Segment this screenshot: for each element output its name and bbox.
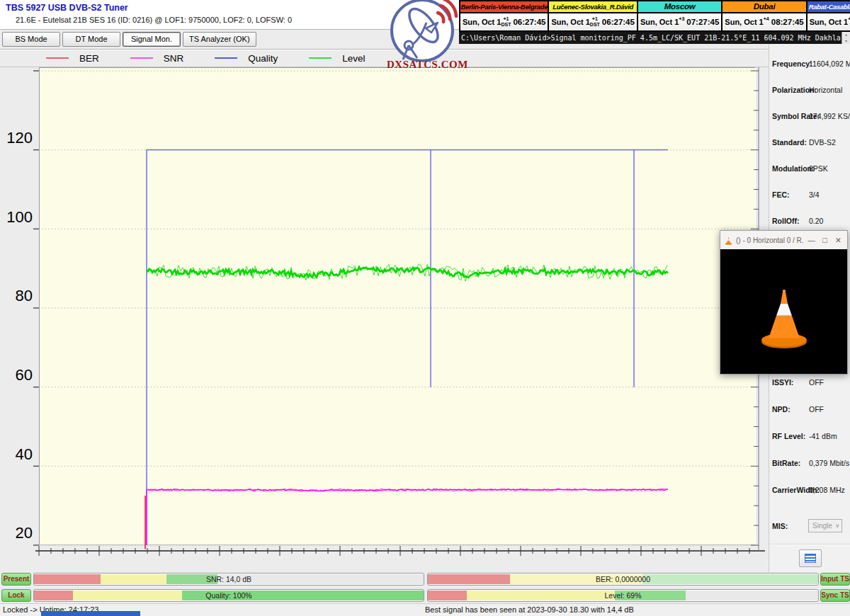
param-value: 0,208 MHz	[809, 486, 845, 494]
clock-utc-offset: +4	[764, 16, 769, 27]
panel-tool-button[interactable]	[799, 549, 822, 567]
vlc-minimize-button[interactable]: —	[806, 236, 817, 244]
plot-area	[39, 67, 756, 545]
legend-swatch	[46, 57, 69, 59]
param-row-standard: Standard:DVB-S2	[769, 138, 850, 148]
present-indicator: Present	[1, 573, 31, 586]
legend-item-snr: SNR	[130, 53, 184, 64]
param-value: 0.20	[809, 217, 823, 225]
clock-time: 06:27:45	[602, 18, 635, 26]
legend-label: BER	[79, 53, 99, 64]
param-row-frequency: Frequency:11604,092 MHz	[769, 59, 850, 69]
snr-bar: SNR: 14,0 dB	[33, 573, 424, 586]
param-row-polarization: Polarization:Horizontal	[769, 86, 850, 96]
param-label: NPD:	[772, 405, 790, 413]
param-label: RollOff:	[772, 217, 800, 225]
clock-date: Sun, Oct 1	[725, 18, 763, 26]
clock-lu-enec-slovakia-r-d-vid: Lučenec-Slovakia_R.DávidSun, Oct 1+1DST0…	[548, 0, 638, 32]
vlc-close-button[interactable]: ✕	[833, 236, 844, 244]
clock-time-row: Sun, Oct 1+1 05:27:45	[808, 13, 850, 30]
param-label: ISSYI:	[772, 378, 793, 387]
status-row-1: Present SNR: 14,0 dB BER: 0,0000000 Inpu…	[0, 572, 850, 586]
clock-city: Lučenec-Slovakia_R.Dávid	[549, 1, 636, 13]
y-tick-label: 60	[0, 367, 33, 384]
param-row-rf-level: RF Level:-41 dBm	[769, 432, 850, 442]
status-row-2: Lock Quality: 100% Level: 69% Sync TS	[0, 588, 850, 603]
signal-chart: 020406080100120	[0, 67, 769, 572]
legend-item-quality: Quality	[215, 53, 278, 64]
mis-row: MIS: Single ∨	[769, 522, 850, 532]
clock-date: Sun, Oct 1	[810, 18, 848, 26]
legend-swatch	[309, 57, 332, 59]
terminal-text: C:\Users\Roman Dávid>Signal monitoring_P…	[461, 34, 850, 42]
clock-time: 08:27:45	[771, 18, 804, 26]
chart-legend: BERSNRQualityLevel	[0, 49, 769, 67]
clock-city: Moscow	[638, 1, 721, 13]
legend-swatch	[215, 57, 237, 59]
scroll-up-icon[interactable]: ▴	[845, 32, 848, 38]
input-ts-indicator: Input TS	[820, 573, 850, 586]
tab-dt-mode[interactable]: DT Mode	[62, 32, 120, 47]
bar-text: BER: 0,0000000	[428, 574, 818, 585]
param-label: Standard:	[772, 138, 807, 147]
y-tick-label: 100	[0, 209, 33, 226]
layers-icon	[805, 554, 816, 563]
clock-time: 06:27:45	[513, 18, 545, 26]
vlc-titlebar[interactable]: () - 0 Horizontal 0 / R... — □ ✕	[720, 231, 847, 249]
clock-berlin-paris-vienna-belgrade: Berlin-Paris-Vienna-BelgradeSun, Oct 1+1…	[459, 0, 549, 32]
clock-moscow: MoscowSun, Oct 1+3 07:27:45	[637, 0, 722, 32]
param-row-issyi: ISSYI:OFF	[769, 378, 850, 388]
param-label: BitRate:	[772, 459, 800, 467]
param-value: 174,992 KS/s	[809, 112, 850, 120]
param-value: OFF	[809, 378, 824, 387]
param-label: Frequency:	[772, 59, 812, 68]
tab-signal-mon[interactable]: Signal Mon.	[123, 32, 181, 47]
clock-dubai: DubaiSun, Oct 1+4 08:27:45	[721, 0, 807, 32]
y-tick-label: 120	[0, 130, 33, 147]
ber-bar: BER: 0,0000000	[427, 573, 819, 586]
chevron-down-icon: ∨	[835, 520, 839, 532]
param-value: DVB-S2	[809, 138, 836, 147]
param-row-modulation: Modulation:8PSK	[769, 164, 850, 174]
tab-ts-analyzer-ok[interactable]: TS Analyzer (OK)	[183, 32, 256, 47]
vlc-maximize-button[interactable]: □	[820, 236, 830, 244]
legend-label: SNR	[164, 53, 184, 64]
bar-text: Quality: 100%	[34, 590, 424, 601]
clock-time-row: Sun, Oct 1+4 08:27:45	[722, 13, 805, 30]
scroll-down-icon[interactable]: ▾	[845, 38, 848, 44]
param-value: -41 dBm	[809, 432, 837, 440]
param-label: RF Level:	[772, 432, 805, 440]
bar-text: SNR: 14,0 dB	[34, 574, 424, 585]
vlc-video-area	[720, 249, 847, 374]
legend-item-level: Level	[309, 53, 365, 64]
clock-utc-offset: +1DST	[590, 16, 600, 27]
taskbar-fragment	[41, 611, 140, 616]
clock-utc-offset: +1DST	[501, 16, 511, 27]
terminal-scrollbar[interactable]: ▴ ▾	[842, 32, 850, 44]
clock-date: Sun, Oct 1	[640, 18, 679, 26]
param-value: Horizontal	[809, 86, 842, 94]
dxsatcs-logo: DXSATCS.COM	[387, 0, 466, 71]
clock-utc-offset: +3	[679, 16, 684, 27]
param-row-npd: NPD:OFF	[769, 405, 850, 415]
mis-dropdown[interactable]: Single ∨	[808, 519, 842, 532]
clock-time-row: Sun, Oct 1+1DST06:27:45	[549, 13, 636, 30]
param-row-rolloff: RollOff:0.20	[769, 217, 850, 227]
tab-bs-mode[interactable]: BS Mode	[2, 32, 60, 47]
tab-bar: BS ModeDT ModeSignal Mon.TS Analyzer (OK…	[0, 32, 256, 47]
bar-text: Level: 69%	[428, 590, 818, 601]
terminal-window[interactable]: C:\Users\Roman Dávid>Signal monitoring_P…	[459, 32, 850, 44]
clock-date: Sun, Oct 1	[463, 18, 501, 26]
mis-label: MIS:	[772, 522, 788, 530]
vlc-window: () - 0 Horizontal 0 / R... — □ ✕	[720, 230, 848, 375]
tbs-tuner-app: TBS 5927 USB DVB-S2 Tuner 21.6E - Eutels…	[0, 0, 850, 616]
param-label: FEC:	[772, 190, 790, 199]
vlc-cone-logo	[754, 278, 814, 351]
param-value: 8PSK	[809, 164, 828, 173]
vlc-cone-icon	[724, 236, 733, 245]
param-value: 3/4	[809, 190, 820, 199]
clock-date: Sun, Oct 1	[551, 18, 589, 26]
app-title: TBS 5927 USB DVB-S2 Tuner	[6, 3, 128, 13]
sync-ts-indicator: Sync TS	[820, 589, 850, 602]
legend-swatch	[130, 57, 153, 59]
